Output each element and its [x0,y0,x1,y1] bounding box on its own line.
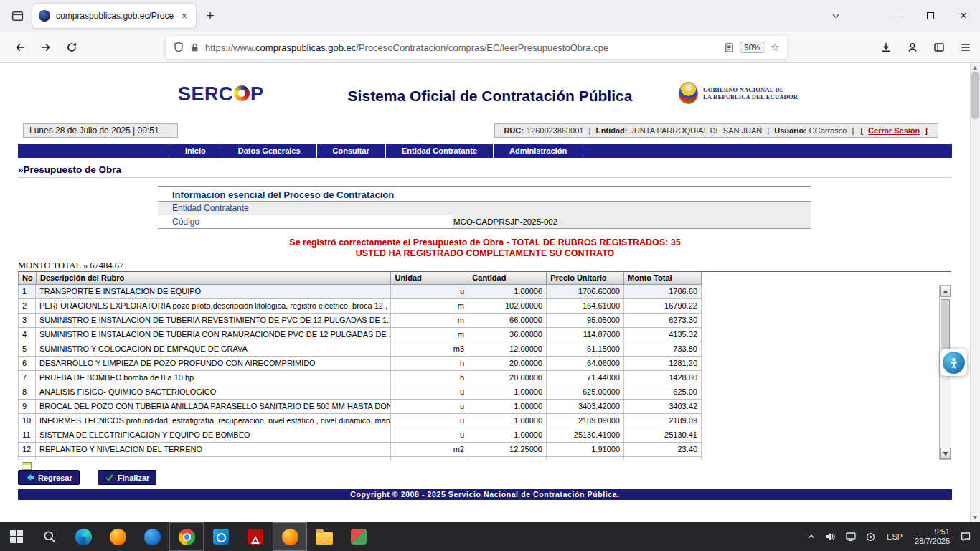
taskbar-outlook-icon[interactable] [204,522,238,551]
taskbar-file-explorer-icon[interactable] [307,522,341,551]
reload-button[interactable] [60,36,83,59]
table-cell: 7 [18,371,36,385]
volume-icon[interactable] [821,522,841,551]
table-scrollbar-thumb[interactable] [941,299,950,352]
up-arrow-icon [943,290,948,293]
table-cell: h [391,357,468,370]
column-header[interactable]: Unidad [391,272,468,284]
scroll-up-button[interactable] [940,286,951,297]
menu-item-inicio[interactable]: Inicio [169,144,222,158]
table-row[interactable]: 12REPLANTEO Y NIVELACION DEL TERRENOm212… [18,443,702,457]
lock-icon[interactable] [189,42,200,53]
menu-hamburger-icon[interactable] [954,36,977,59]
table-cell: PERFORACIONES EXPLORATORIA pozo piloto,d… [36,299,391,313]
column-header[interactable]: Descripción del Rubro [37,272,391,284]
browser-tab[interactable]: compraspublicas.gob.ec/Proce × [32,4,196,28]
table-cell: m2 [391,443,468,456]
new-tab-button[interactable]: + [199,5,221,27]
table-cell: SUMINISTRO Y COLOCACION DE EMPAQUE DE GR… [36,342,391,356]
table-cell: 4135.32 [624,328,702,342]
scrollbar-down-icon[interactable] [973,516,977,519]
start-button[interactable] [0,522,33,551]
column-header[interactable]: Precio Unitario [547,272,624,284]
table-cell: INFORMES TECNICOS profundidad, estratigr… [36,414,391,428]
account-icon[interactable] [901,36,924,59]
maximize-icon [927,12,934,19]
table-row[interactable]: 1TRANSPORTE E INSTALACION DE EQUIPOu1.00… [18,285,702,299]
scroll-down-button[interactable] [940,448,951,459]
table-cell: 3 [18,314,36,327]
logout-link[interactable]: [ Cerrar Sesión ] [859,126,929,135]
taskbar-chrome-icon[interactable] [169,522,204,551]
window-maximize-button[interactable] [914,0,947,32]
table-cell: 13 [18,457,36,460]
zoom-indicator[interactable]: 90% [740,42,765,53]
regresar-button[interactable]: Regresar [18,470,80,485]
language-indicator[interactable]: ESP [880,522,909,551]
column-header[interactable]: Monto Total [624,272,702,284]
table-row[interactable]: 8ANALISIS FISICO- QUIMICO BACTERIOLOGICO… [18,385,702,400]
table-cell: 1.00000 [468,385,547,399]
table-cell: BROCAL DEL POZO CON TUBERIA ANILLADA PAR… [36,400,391,413]
window-close-button[interactable]: × [947,0,980,32]
notification-center-icon[interactable] [956,522,980,551]
url-bar[interactable]: https://www.compraspublicas.gob.ec/Proce… [166,36,787,59]
accessibility-widget[interactable] [940,349,967,376]
tray-status-icon[interactable] [861,522,880,551]
table-row[interactable]: 5SUMINISTRO Y COLOCACION DE EMPAQUE DE G… [18,342,702,357]
tab-close-icon[interactable]: × [179,10,189,22]
taskbar-search-button[interactable] [33,522,66,551]
hidden-icons-chevron-icon[interactable] [802,522,821,551]
browser-tab-bar: compraspublicas.gob.ec/Proce × + — × [0,0,980,32]
firefox-view-icon[interactable] [6,5,28,27]
back-button[interactable] [9,36,32,59]
government-label: GOBIERNO NACIONAL DE LA REPUBLICA DEL EC… [703,86,798,100]
sidebar-icon[interactable] [928,36,951,59]
forward-button[interactable] [34,36,57,59]
network-icon[interactable] [841,522,861,551]
tab-title: compraspublicas.gob.ec/Proce [56,11,174,21]
table-row[interactable]: 13EXCAVACION A PULSOm32.5000011.3600028.… [18,457,702,460]
taskbar-clock[interactable]: 9:51 28/7/2025 [909,527,956,546]
info-table-title: Información esencial del Proceso de Cont… [158,186,811,202]
scrollbar-up-icon[interactable] [973,66,977,70]
menu-item-consultar[interactable]: Consultar [316,144,385,158]
tracking-shield-icon[interactable] [173,42,184,53]
table-cell: 8 [18,385,36,399]
table-cell: m [391,328,468,342]
table-row[interactable]: 11SISTEMA DE ELECTRIFICACION Y EQUIPO DE… [18,428,702,443]
taskbar-edge-icon[interactable] [66,522,100,551]
table-cell: PRUEBA DE BOMBEO bomba de 8 a 10 hp [36,371,391,385]
taskbar-blue-app-icon[interactable] [135,522,169,551]
table-cell: 2189.09 [624,414,702,428]
taskbar-orange-app-icon[interactable] [100,522,135,551]
reader-mode-icon[interactable] [724,42,735,53]
table-row[interactable]: 3SUMINISTRO E INSTALACION DE TUBERIA REV… [18,314,702,328]
window-minimize-button[interactable]: — [881,0,914,32]
table-cell: 4 [18,328,36,342]
taskbar-app-icon[interactable] [341,522,376,551]
table-cell: 25130.41000 [547,428,624,442]
table-row[interactable]: 10INFORMES TECNICOS profundidad, estrati… [18,414,702,428]
table-row[interactable]: 2PERFORACIONES EXPLORATORIA pozo piloto,… [18,299,702,314]
table-row[interactable]: 9BROCAL DEL POZO CON TUBERIA ANILLADA PA… [18,400,702,414]
column-header[interactable]: No [19,272,37,284]
table-row[interactable]: 4SUMINISTRO E INSTALACION DE TUBERIA CON… [18,328,702,342]
taskbar-firefox-active-icon[interactable] [273,522,307,551]
menu-item-datos-generales[interactable]: Datos Generales [222,144,316,158]
bookmark-star-icon[interactable]: ☆ [771,41,780,54]
column-header[interactable]: Cantidad [468,272,547,284]
menu-item-administración[interactable]: Administración [493,144,583,158]
downloads-icon[interactable] [875,36,897,59]
main-scrollbar-thumb[interactable] [971,72,979,119]
table-cell: 1.00000 [468,428,547,442]
taskbar-acrobat-icon[interactable] [238,522,273,551]
table-row[interactable]: 6DESARROLLO Y LIMPIEZA DE POZO PROFUNDO … [18,357,702,371]
main-scrollbar[interactable] [970,63,980,522]
finalizar-button[interactable]: Finalizar [98,470,157,485]
list-all-tabs-chevron-icon[interactable] [824,4,848,28]
export-grid-icon[interactable] [22,462,32,470]
menu-item-entidad-contratante[interactable]: Entidad Contratante [385,144,493,158]
table-row[interactable]: 7PRUEBA DE BOMBEO bomba de 8 a 10 hph20.… [18,371,702,385]
page-footer: Copyright © 2008 - 2025 Servicio Naciona… [18,489,952,500]
